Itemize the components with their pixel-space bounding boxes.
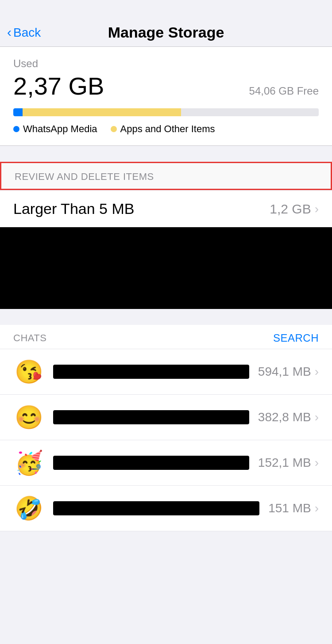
used-label: Used xyxy=(13,57,319,70)
media-thumb-3[interactable] xyxy=(167,227,249,309)
chat-size-value-2: 382,8 MB xyxy=(258,410,311,424)
chat-emoji-3: 🥳 xyxy=(13,447,44,478)
used-amount: 2,37 GB xyxy=(13,72,104,100)
chevron-right-icon-1: › xyxy=(315,365,319,379)
chat-size-value-1: 594,1 MB xyxy=(258,365,311,379)
legend-dot-blue xyxy=(13,126,19,132)
chats-label: CHATS xyxy=(13,332,46,344)
review-delete-header: REVIEW AND DELETE ITEMS xyxy=(0,162,332,190)
legend-label-whatsapp: WhatsApp Media xyxy=(23,123,97,135)
legend-dot-yellow xyxy=(111,126,117,132)
larger-than-label: Larger Than 5 MB xyxy=(13,200,134,217)
search-button[interactable]: SEARCH xyxy=(273,332,319,344)
chat-size-1: 594,1 MB › xyxy=(258,365,319,379)
chat-emoji-1: 😘 xyxy=(13,356,44,387)
chats-section: CHATS SEARCH 😘 594,1 MB › 😊 382,8 MB › 🥳… xyxy=(0,325,332,531)
chat-size-4: 151 MB › xyxy=(268,501,319,515)
review-delete-section: REVIEW AND DELETE ITEMS Larger Than 5 MB… xyxy=(0,162,332,309)
legend-label-apps: Apps and Other Items xyxy=(120,123,215,135)
storage-legend: WhatsApp Media Apps and Other Items xyxy=(13,123,319,135)
review-delete-title: REVIEW AND DELETE ITEMS xyxy=(15,171,317,183)
chevron-right-icon-2: › xyxy=(315,410,319,424)
legend-item-whatsapp: WhatsApp Media xyxy=(13,123,97,135)
media-thumb-1[interactable] xyxy=(0,227,82,309)
back-label: Back xyxy=(13,26,41,40)
chat-size-value-4: 151 MB xyxy=(268,501,311,515)
storage-progress-bar xyxy=(13,108,319,116)
chevron-right-icon: › xyxy=(315,202,319,216)
progress-yellow-segment xyxy=(23,108,181,116)
larger-than-row[interactable]: Larger Than 5 MB 1,2 GB › xyxy=(0,190,332,227)
media-grid xyxy=(0,227,332,309)
larger-than-size-value: 1,2 GB xyxy=(270,202,311,217)
back-chevron-icon: ‹ xyxy=(7,26,12,39)
chat-item-2[interactable]: 😊 382,8 MB › xyxy=(0,395,332,440)
chat-item-4[interactable]: 🤣 151 MB › xyxy=(0,486,332,531)
chat-size-value-3: 152,1 MB xyxy=(258,456,311,470)
chat-size-3: 152,1 MB › xyxy=(258,456,319,470)
progress-blue-segment xyxy=(13,108,23,116)
chat-name-bar-2 xyxy=(53,410,249,424)
chats-header: CHATS SEARCH xyxy=(0,325,332,349)
chat-name-bar-1 xyxy=(53,365,249,379)
chat-size-2: 382,8 MB › xyxy=(258,410,319,424)
page-title: Manage Storage xyxy=(108,24,224,41)
section-gap-1 xyxy=(0,146,332,162)
chat-emoji-2: 😊 xyxy=(13,402,44,433)
chat-name-bar-4 xyxy=(53,501,259,515)
free-amount: 54,06 GB Free xyxy=(249,85,319,97)
header: ‹ Back Manage Storage xyxy=(0,0,332,47)
storage-row: 2,37 GB 54,06 GB Free xyxy=(13,72,319,100)
chevron-right-icon-4: › xyxy=(315,501,319,515)
legend-item-apps: Apps and Other Items xyxy=(111,123,215,135)
back-button[interactable]: ‹ Back xyxy=(7,26,41,40)
media-thumb-2[interactable] xyxy=(83,227,165,309)
chat-item-3[interactable]: 🥳 152,1 MB › xyxy=(0,440,332,486)
storage-info-section: Used 2,37 GB 54,06 GB Free WhatsApp Medi… xyxy=(0,47,332,146)
media-thumb-4[interactable] xyxy=(250,227,332,309)
chat-item-1[interactable]: 😘 594,1 MB › xyxy=(0,349,332,395)
chevron-right-icon-3: › xyxy=(315,456,319,470)
chat-name-bar-3 xyxy=(53,456,249,470)
chat-emoji-4: 🤣 xyxy=(13,493,44,524)
larger-than-size: 1,2 GB › xyxy=(270,202,319,217)
